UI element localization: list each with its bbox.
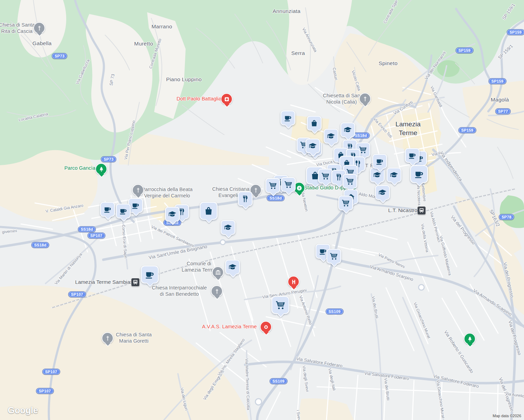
church-icon [362, 96, 368, 102]
map-canvas[interactable]: SP73SP73SS18dSP107SS18dSP107SP107SP107SS… [0, 0, 524, 420]
coffee-icon [375, 157, 384, 166]
school-icon [327, 132, 335, 140]
school-icon [168, 210, 177, 218]
chiesetta-san-nicola-marker[interactable] [359, 93, 371, 105]
road-shield: SS109 [270, 378, 288, 384]
bag-pin[interactable] [200, 202, 218, 220]
coffee-pin[interactable] [372, 154, 387, 169]
restaurant-icon [335, 173, 343, 181]
school-pin[interactable] [225, 260, 240, 274]
parrocchia-carmelo-marker[interactable] [132, 184, 144, 196]
road-shield: SP78 [499, 214, 514, 220]
church-icon [135, 187, 142, 194]
chiesa-santa-rita-marker[interactable] [33, 22, 45, 34]
road-shield: SP107 [42, 369, 60, 375]
chiesa-san-benedetto-marker[interactable] [211, 285, 223, 297]
church-icon [214, 288, 220, 295]
school-pin[interactable] [340, 122, 355, 137]
chiesa-maria-goretti-marker[interactable] [102, 332, 113, 344]
hospital-marker[interactable] [288, 276, 299, 288]
coffee-pin[interactable] [141, 266, 159, 284]
coffee-icon [145, 270, 155, 280]
dott-paolo-battaglia-marker[interactable] [221, 93, 233, 105]
comune-lamezia-terme-marker[interactable] [212, 266, 224, 278]
parco-gancia-label: Parco Gancìa [64, 165, 96, 172]
cart-icon [321, 172, 330, 180]
cart-pin[interactable] [266, 178, 280, 193]
cart-icon [330, 252, 338, 260]
road-shield: SP73 [101, 156, 116, 162]
avas-lamezia-terme-marker[interactable] [260, 321, 272, 333]
chiesa-maria-goretti-label: Chiesa di Santa Maria Goretti [116, 332, 152, 344]
cart-pin[interactable] [343, 174, 357, 189]
google-logo[interactable]: Google [8, 405, 38, 416]
cart-icon [342, 199, 350, 207]
locality-label: Serra [291, 50, 305, 56]
road-shield: SP159 [489, 78, 506, 84]
school-icon [344, 126, 352, 134]
restaurant-icon [241, 195, 249, 203]
locality-label: Piano Luppino [166, 76, 202, 83]
cart-icon [275, 300, 285, 310]
school-pin[interactable] [165, 207, 180, 222]
avas-lamezia-terme-label: A.V.A.S. Lamezia Terme [202, 324, 257, 330]
hosp-icon [290, 279, 297, 285]
bag-icon [204, 206, 214, 216]
coffee-pin[interactable] [405, 148, 420, 163]
church-icon [104, 335, 111, 342]
station-lt-nicastro-label: L.T. Nicastro [388, 207, 417, 213]
cart-pin[interactable] [318, 169, 333, 183]
cart-pin[interactable] [271, 296, 289, 314]
coffee-icon [131, 201, 140, 210]
coffee-pin[interactable] [116, 204, 131, 218]
locality-label: Gabella [33, 40, 52, 47]
bag-pin[interactable] [307, 116, 322, 131]
church-icon [253, 187, 259, 194]
chiesa-san-benedetto-label: Chiesa Interparrocchiale di San Benedett… [152, 285, 207, 297]
cart-pin[interactable] [281, 177, 296, 192]
parco-gancia-marker[interactable] [95, 163, 107, 175]
locality-label: Muretto [134, 41, 153, 47]
parrocchia-carmelo-label: Parrocchia della Beata Vergine del Carme… [142, 187, 193, 199]
school-pin[interactable] [387, 168, 401, 182]
school-pin[interactable] [324, 129, 338, 144]
map-data-attribution: Map data ©2026 [493, 414, 522, 418]
road-shield: SP159 [507, 29, 524, 35]
coffee-pin[interactable] [410, 165, 428, 183]
coffee-icon [119, 207, 127, 215]
locality-label: Spineto [379, 60, 398, 66]
map-background [0, 0, 524, 420]
train-icon [132, 279, 138, 285]
coffee-pin[interactable] [100, 202, 115, 217]
locality-label: Marrano [151, 23, 172, 30]
park-tree-marker[interactable] [464, 333, 476, 345]
cart-icon [284, 180, 292, 189]
tree-icon [98, 166, 105, 173]
station-lt-nicastro[interactable] [417, 206, 426, 215]
road-shield: SP77 [495, 108, 511, 114]
school-icon [390, 171, 398, 179]
school-icon [228, 263, 237, 271]
coffee-pin[interactable] [281, 111, 295, 125]
station-lamezia-terme-sambiase-label: Lamezia Terme Sambiase [75, 279, 136, 285]
bag-icon [310, 119, 318, 127]
road-shield: SP73 [52, 53, 67, 59]
station-lamezia-terme-sambiase[interactable] [131, 278, 140, 287]
school-pin[interactable] [221, 220, 235, 235]
school-pin[interactable] [305, 139, 320, 153]
restaurant-pin[interactable] [238, 191, 253, 206]
road-shield: SP107 [88, 233, 105, 239]
cart-pin[interactable] [326, 249, 341, 264]
cart-pin[interactable] [338, 196, 353, 210]
school-icon [373, 171, 381, 179]
coffee-icon [103, 205, 112, 214]
road-shield: SP159 [456, 48, 474, 54]
cart-icon [346, 177, 354, 186]
city-label: Lamezia Terme [395, 120, 421, 137]
tree-icon [467, 336, 473, 342]
school-pin[interactable] [375, 185, 390, 200]
locality-label: Magolà [491, 97, 509, 103]
road-shield: SS18d [78, 226, 96, 232]
med-icon [223, 96, 230, 103]
comune-lamezia-terme-label: Comune di Lamezia Terme [182, 261, 216, 273]
